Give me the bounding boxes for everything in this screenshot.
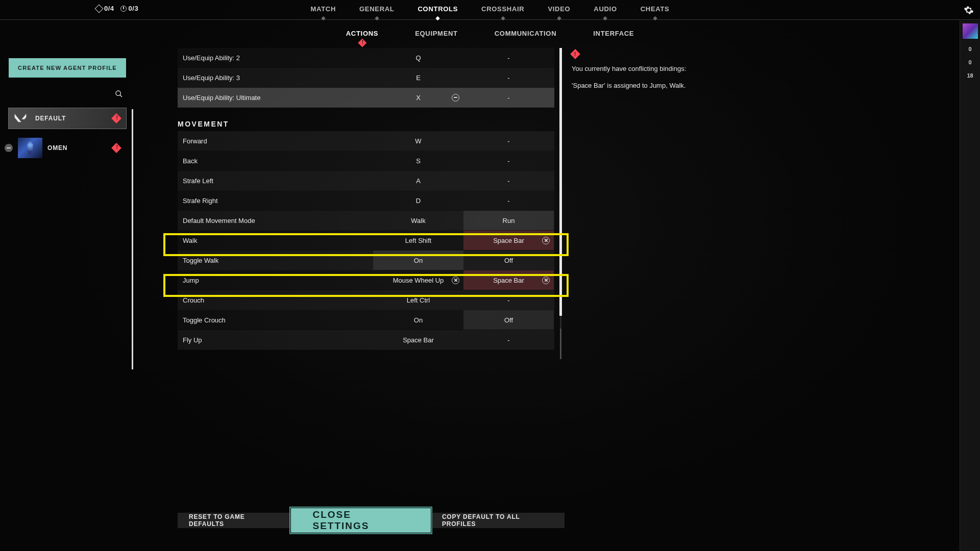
binding-label: Forward bbox=[178, 137, 373, 145]
binding-label: Fly Up bbox=[178, 336, 373, 344]
clear-binding-icon[interactable] bbox=[542, 237, 550, 244]
top-bar: 0/4 0/3 MATCH GENERAL CONTROLS CROSSHAIR… bbox=[0, 0, 743, 19]
binding-primary[interactable]: E bbox=[373, 68, 463, 87]
warning-icon bbox=[111, 113, 121, 123]
subtab-communication[interactable]: COMMUNICATION bbox=[495, 30, 557, 37]
binding-label: Default Movement Mode bbox=[178, 217, 373, 224]
binding-label: Walk bbox=[178, 237, 373, 244]
remove-profile-icon[interactable] bbox=[5, 144, 13, 152]
svg-line-1 bbox=[120, 95, 122, 97]
binding-label: Strafe Left bbox=[178, 177, 373, 185]
binding-row: Fly UpSpace Bar- bbox=[178, 330, 554, 350]
binding-row: Use/Equip Ability: 2Q- bbox=[178, 48, 554, 68]
create-profile-button[interactable]: CREATE NEW AGENT PROFILE bbox=[9, 58, 126, 78]
counter-circle-value: 0/3 bbox=[129, 5, 139, 12]
binding-primary[interactable]: Walk bbox=[373, 211, 463, 230]
sub-tabs: ACTIONS EQUIPMENT COMMUNICATION INTERFAC… bbox=[346, 30, 634, 37]
binding-primary[interactable]: Left Shift bbox=[373, 231, 463, 250]
binding-label: Use/Equip Ability: Ultimate bbox=[178, 94, 373, 102]
binding-secondary[interactable]: Space Bar bbox=[463, 270, 554, 290]
binding-secondary[interactable]: - bbox=[463, 330, 554, 349]
search-button[interactable] bbox=[9, 90, 126, 98]
binding-secondary[interactable]: Off bbox=[463, 251, 554, 270]
binding-secondary[interactable]: - bbox=[463, 171, 554, 190]
tab-match[interactable]: MATCH bbox=[311, 5, 336, 13]
binding-primary[interactable]: W bbox=[373, 131, 463, 151]
profile-default[interactable]: DEFAULT bbox=[9, 108, 126, 129]
binding-primary[interactable]: Q bbox=[373, 48, 463, 67]
main-tabs: MATCH GENERAL CONTROLS CROSSHAIR VIDEO A… bbox=[311, 5, 670, 13]
conflict-line2: 'Space Bar' is assigned to Jump, Walk. bbox=[572, 81, 704, 91]
subtab-interface[interactable]: INTERFACE bbox=[593, 30, 634, 37]
section-header: MOVEMENT bbox=[178, 108, 554, 131]
binding-primary[interactable]: On bbox=[373, 251, 463, 270]
tab-audio[interactable]: AUDIO bbox=[594, 5, 617, 13]
bindings-rows: Use/Equip Ability: 2Q-Use/Equip Ability:… bbox=[178, 48, 554, 416]
profile-omen[interactable]: OMEN bbox=[9, 138, 126, 158]
binding-row: Strafe LeftA- bbox=[178, 171, 554, 191]
tab-general[interactable]: GENERAL bbox=[359, 5, 394, 13]
svg-point-0 bbox=[116, 91, 120, 95]
binding-primary[interactable]: Left Ctrl bbox=[373, 290, 463, 310]
binding-row: Toggle WalkOnOff bbox=[178, 251, 554, 270]
binding-label: Toggle Walk bbox=[178, 257, 373, 264]
binding-secondary[interactable]: - bbox=[463, 290, 554, 310]
binding-primary[interactable]: S bbox=[373, 151, 463, 170]
counter-circle: 0/3 bbox=[120, 5, 139, 12]
binding-secondary[interactable]: - bbox=[463, 131, 554, 151]
binding-primary[interactable]: Mouse Wheel Up bbox=[373, 270, 463, 290]
binding-row: CrouchLeft Ctrl- bbox=[178, 290, 554, 310]
counter-diamond: 0/4 bbox=[96, 5, 114, 12]
binding-row: Use/Equip Ability: 3E- bbox=[178, 68, 554, 88]
clear-binding-icon[interactable] bbox=[542, 277, 550, 284]
binding-secondary[interactable]: - bbox=[463, 48, 554, 67]
binding-row: ForwardW- bbox=[178, 131, 554, 151]
valorant-logo-icon bbox=[12, 110, 29, 127]
binding-row: Strafe RightD- bbox=[178, 191, 554, 211]
scrollbar-track-bottom bbox=[560, 329, 561, 359]
binding-row: Use/Equip Ability: UltimateX- bbox=[178, 88, 554, 108]
subtab-actions[interactable]: ACTIONS bbox=[346, 30, 378, 37]
tab-controls[interactable]: CONTROLS bbox=[418, 5, 458, 13]
binding-secondary[interactable]: Space Bar bbox=[463, 231, 554, 250]
binding-label: Crouch bbox=[178, 296, 373, 304]
binding-row: JumpMouse Wheel UpSpace Bar bbox=[178, 270, 554, 290]
binding-secondary[interactable]: - bbox=[463, 191, 554, 210]
tab-cheats[interactable]: CHEATS bbox=[641, 5, 670, 13]
warning-icon bbox=[570, 49, 580, 59]
binding-row: WalkLeft ShiftSpace Bar bbox=[178, 231, 554, 251]
binding-primary[interactable]: X bbox=[373, 88, 463, 107]
binding-secondary[interactable]: - bbox=[463, 68, 554, 87]
binding-secondary[interactable]: - bbox=[463, 88, 554, 107]
search-icon bbox=[115, 90, 123, 98]
scrollbar-thumb[interactable] bbox=[559, 48, 562, 316]
binding-primary[interactable]: A bbox=[373, 171, 463, 190]
binding-primary[interactable]: Space Bar bbox=[373, 330, 463, 349]
binding-label: Use/Equip Ability: 2 bbox=[178, 54, 373, 62]
clear-binding-icon[interactable] bbox=[452, 94, 459, 102]
profile-omen-label: OMEN bbox=[47, 144, 67, 152]
binding-row: Default Movement ModeWalkRun bbox=[178, 211, 554, 231]
conflict-line1: You currently have conflicting bindings: bbox=[572, 64, 704, 74]
subtab-equipment[interactable]: EQUIPMENT bbox=[415, 30, 458, 37]
circle-icon bbox=[120, 6, 127, 12]
binding-secondary[interactable]: Run bbox=[463, 211, 554, 230]
tab-video[interactable]: VIDEO bbox=[548, 5, 570, 13]
binding-secondary[interactable]: Off bbox=[463, 310, 554, 330]
diamond-icon bbox=[95, 4, 104, 13]
binding-label: Strafe Right bbox=[178, 197, 373, 205]
hud-counters: 0/4 0/3 bbox=[96, 5, 138, 12]
binding-primary[interactable]: On bbox=[373, 310, 463, 330]
binding-row: Toggle CrouchOnOff bbox=[178, 310, 554, 330]
bindings-panel: Use/Equip Ability: 2Q-Use/Equip Ability:… bbox=[178, 48, 554, 416]
binding-row: BackS- bbox=[178, 151, 554, 171]
tab-crosshair[interactable]: CROSSHAIR bbox=[481, 5, 524, 13]
binding-secondary[interactable]: - bbox=[463, 151, 554, 170]
binding-label: Use/Equip Ability: 3 bbox=[178, 74, 373, 82]
binding-primary[interactable]: D bbox=[373, 191, 463, 210]
binding-label: Back bbox=[178, 157, 373, 165]
clear-binding-icon[interactable] bbox=[452, 277, 459, 284]
warning-icon bbox=[111, 143, 121, 153]
profile-list: DEFAULT OMEN bbox=[9, 108, 126, 158]
counter-diamond-value: 0/4 bbox=[104, 5, 114, 12]
